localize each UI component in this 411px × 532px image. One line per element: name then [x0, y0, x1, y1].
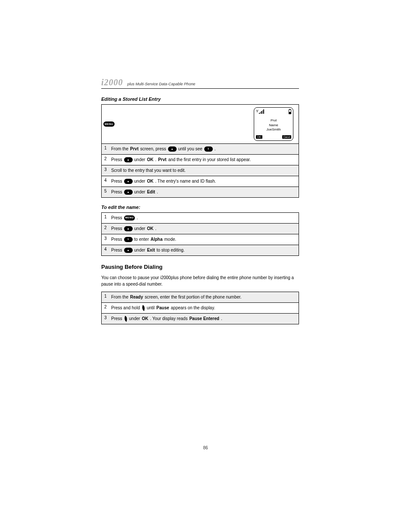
table-row: 1 Press MENU.	[102, 213, 299, 223]
softkey-right: Cancl	[282, 135, 291, 139]
battery-icon	[289, 109, 291, 114]
step-text: Press under Exit to stop editing.	[111, 247, 296, 254]
body-paragraph: You can choose to pause your i2000plus p…	[101, 274, 299, 287]
one-button-icon: 1	[124, 237, 133, 242]
edit-entry-steps-table: MENU Y Prvt Name JoeSmith	[101, 104, 299, 198]
table-row: 4 Press under Exit to stop editing.	[102, 245, 299, 255]
table-row: 2 Press and hold until Pause appears on …	[102, 302, 299, 313]
step-text: Press under OK. Your display reads Pause…	[111, 315, 296, 322]
section-title-edit-entry: Editing a Stored List Entry	[101, 96, 299, 102]
table-display-row: MENU Y Prvt Name JoeSmith	[102, 105, 299, 143]
step-text: Press and hold until Pause appears on th…	[111, 305, 296, 311]
table-row: 3 Press under OK. Your display reads Pau…	[102, 313, 299, 324]
dot-button-icon	[124, 248, 133, 253]
step-text: Press under OK. The entry's name and ID …	[111, 178, 296, 185]
table-row: 3 Press 1 to enter Alpha mode.	[102, 234, 299, 245]
dot-button-icon	[168, 146, 177, 152]
menu-button-icon: MENU	[124, 215, 135, 221]
one-button-icon: 1	[204, 146, 213, 152]
signal-bars-icon	[259, 109, 264, 114]
subheading-pausing: Pausing Before Dialing	[101, 264, 299, 270]
step-text: From the Ready screen, enter the first p…	[111, 294, 296, 301]
table-row: 1 From the Ready screen, enter the first…	[102, 292, 299, 302]
step-text: Scroll to the entry that you want to edi…	[111, 167, 296, 174]
page-number: 86	[203, 445, 208, 450]
menu-button-icon: MENU	[103, 121, 115, 127]
page-header: i2000 plus Multi-Service Data-Capable Ph…	[101, 78, 299, 89]
phone-screen-illustration: Y Prvt Name JoeSmith OK Cancl	[254, 107, 293, 141]
table-row: 1 From the Prvt screen, press until you …	[102, 143, 299, 154]
leaf-icon	[141, 305, 146, 311]
step-text: From the Prvt screen, press until you se…	[111, 146, 296, 152]
table-row: 2 Press under OK.	[102, 223, 299, 234]
dot-button-icon	[124, 157, 133, 162]
table-row: 5 Press under Edit.	[102, 187, 299, 197]
leaf-icon	[123, 316, 128, 322]
phone-screen-text: Prvt Name JoeSmith	[256, 115, 291, 135]
dot-button-icon	[124, 179, 133, 184]
edit-name-steps-table: 1 Press MENU. 2 Press under OK. 3 Press …	[101, 212, 299, 256]
dot-button-icon	[124, 226, 133, 231]
dot-button-icon	[124, 190, 133, 195]
step-text: Press MENU.	[111, 215, 296, 221]
step-text: Press under Edit.	[111, 189, 296, 196]
antenna-icon: Y	[256, 109, 258, 113]
product-logo: i2000	[101, 78, 123, 87]
step-text: Press under OK. Prvt and the first entry…	[111, 156, 296, 163]
table-row: 4 Press under OK. The entry's name and I…	[102, 176, 299, 187]
softkey-left: OK	[256, 135, 262, 139]
table-row: 3 Scroll to the entry that you want to e…	[102, 165, 299, 176]
section-title-edit-name: To edit the name:	[101, 205, 299, 210]
display-instruction: MENU	[103, 121, 115, 127]
pause-dial-steps-table: 1 From the Ready screen, enter the first…	[101, 292, 299, 324]
step-text: Press 1 to enter Alpha mode.	[111, 236, 296, 243]
header-title: plus Multi-Service Data-Capable Phone	[128, 82, 196, 86]
table-row: 2 Press under OK. Prvt and the first ent…	[102, 154, 299, 165]
step-text: Press under OK.	[111, 225, 296, 232]
